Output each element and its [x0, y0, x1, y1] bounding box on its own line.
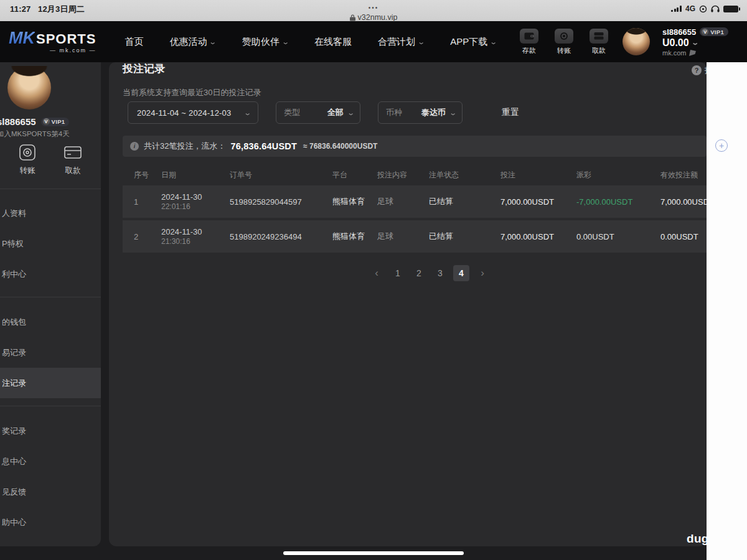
withdraw-button[interactable]: 取款 — [588, 29, 610, 55]
card-outline-icon — [64, 144, 82, 161]
logo-domain: — mk.com — — [9, 48, 96, 54]
order-no-cell: 5198925829044597 — [230, 197, 332, 207]
browser-white-margin: + — [707, 62, 747, 560]
order-no-cell: 5198920249236494 — [230, 232, 332, 241]
balance-dropdown[interactable]: U0.00 ⌄ — [662, 37, 728, 49]
summary-amount: 76,836.64USDT — [230, 141, 297, 151]
valid-bet-cell: 7,000.00USDT — [660, 197, 707, 207]
table-header: 序号 日期 订单号 平台 投注内容 注单状态 投注 派彩 有效投注额 — [123, 165, 707, 185]
main-nav: 首页 优惠活动 ⌄ 赞助伙伴 ⌄ 在线客服 合营计划 ⌄ APP下载 ⌄ — [125, 36, 496, 48]
wallet-icon — [520, 29, 538, 44]
user-info: sl886655 V VIP1 U0.00 ⌄ mk.com — [662, 27, 728, 57]
currency-select[interactable]: 币种 泰达币 ⌄ — [378, 101, 463, 124]
page-button[interactable]: 1 — [390, 265, 406, 281]
network-label: 4G — [685, 4, 695, 13]
sidebar-item-winning-records[interactable]: 奖记录 — [0, 416, 101, 446]
chevron-down-icon: ⌄ — [281, 39, 289, 45]
sidebar-avatar[interactable] — [7, 66, 51, 110]
sidebar-item-vip-privileges[interactable]: P特权 — [0, 228, 101, 259]
date-cell: 2024-11-30 22:01:16 — [161, 192, 230, 211]
payout-cell: -7,000.00USDT — [576, 197, 660, 207]
platform-cell: 熊猫体育 — [332, 196, 377, 207]
table-row[interactable]: 1 2024-11-30 22:01:16 5198925829044597 熊… — [123, 185, 707, 218]
sidebar-item-benefits-center[interactable]: 利中心 — [0, 259, 101, 289]
headphones-icon — [711, 5, 720, 12]
user-avatar[interactable] — [622, 28, 650, 55]
summary-prefix: 共计32笔投注，流水： — [144, 141, 225, 152]
logo-mk: MK — [9, 30, 35, 47]
sidebar-vip-badge[interactable]: V VIP1 — [41, 118, 70, 126]
help-button[interactable]: ? 投 — [692, 65, 707, 76]
deposit-button[interactable]: 存款 — [518, 29, 540, 55]
coin-icon — [555, 29, 573, 44]
site-logo[interactable]: MK SPORTS — mk.com — — [9, 30, 96, 54]
logo-sports: SPORTS — [36, 32, 96, 46]
nav-sponsors[interactable]: 赞助伙伴 ⌄ — [242, 36, 288, 48]
type-select[interactable]: 类型 全部 ⌄ — [276, 101, 360, 124]
date-range-picker[interactable]: 2024-11-04 ~ 2024-12-03 ⌄ — [128, 101, 258, 124]
chevron-down-icon: ⌄ — [417, 39, 425, 45]
site-header: MK SPORTS — mk.com — 首页 优惠活动 ⌄ 赞助伙伴 ⌄ 在线… — [0, 21, 747, 62]
reset-button[interactable]: 重置 — [502, 107, 519, 118]
divider — [0, 406, 101, 406]
status-cell: 已结算 — [429, 196, 500, 207]
date-cell: 2024-11-30 21:30:16 — [161, 227, 230, 246]
chevron-down-icon: ⌄ — [243, 110, 251, 116]
query-range-note: 当前系统支持查询最近30日的投注记录 — [123, 87, 261, 98]
next-page-icon[interactable]: › — [474, 265, 491, 281]
summary-bar: i 共计32笔投注，流水： 76,836.64USDT ≈ 76836.6400… — [123, 136, 707, 157]
page-button[interactable]: 2 — [411, 265, 427, 281]
chevron-down-icon: ⌄ — [449, 110, 457, 116]
nav-live-support[interactable]: 在线客服 — [314, 36, 352, 48]
bet-amount-cell: 7,000.00USDT — [500, 232, 576, 241]
platform-cell: 熊猫体育 — [332, 231, 377, 242]
tab-overview-icon[interactable]: ••• — [369, 5, 379, 11]
status-cell: 已结算 — [429, 231, 500, 242]
watermark-text: dug — [687, 532, 709, 546]
divider — [0, 297, 101, 297]
page-button[interactable]: 3 — [432, 265, 448, 281]
sidebar-menu: 人资料 P特权 利中心 的钱包 易记录 注记录 奖记录 息中心 见反馈 助中心 — [0, 198, 101, 538]
nav-promotions[interactable]: 优惠活动 ⌄ — [169, 36, 215, 48]
rotation-lock-icon — [699, 5, 707, 13]
address-bar[interactable]: v32nmu.vip — [0, 13, 747, 22]
divider — [0, 189, 101, 189]
chevron-down-icon: ⌄ — [347, 110, 355, 116]
bet-content-cell: 足球 — [377, 231, 429, 242]
sidebar-item-profile[interactable]: 人资料 — [0, 198, 101, 228]
sidebar-transfer-button[interactable]: 转账 — [19, 144, 35, 176]
nav-home[interactable]: 首页 — [125, 36, 143, 48]
filter-row: 2024-11-04 ~ 2024-12-03 ⌄ 类型 全部 ⌄ 币种 泰达币… — [128, 101, 519, 124]
sidebar-item-wallet[interactable]: 的钱包 — [0, 307, 101, 337]
transfer-button[interactable]: 转账 — [553, 29, 575, 55]
account-sidebar: sl886655 V VIP1 加入MKSPORTS第4天 转账 — [0, 62, 101, 546]
username: sl886655 — [662, 27, 696, 37]
prev-page-icon[interactable]: ‹ — [369, 265, 385, 281]
sidebar-item-transaction-records[interactable]: 易记录 — [0, 337, 101, 368]
sidebar-item-help-center[interactable]: 助中心 — [0, 507, 101, 538]
vip-v-icon: V — [43, 118, 50, 125]
chevron-down-icon: ⌄ — [489, 39, 497, 45]
joined-days-label: 加入MKSPORTS第4天 — [0, 129, 70, 139]
screen: 11:27 12月3日周二 ••• v32nmu.vip 4G — [0, 0, 747, 560]
chevron-down-icon: ⌄ — [209, 39, 217, 45]
sidebar-item-feedback[interactable]: 见反馈 — [0, 477, 101, 507]
page-title: 投注记录 — [123, 62, 165, 76]
sidebar-item-bet-records[interactable]: 注记录 — [0, 368, 101, 398]
vip-badge[interactable]: V VIP1 — [700, 27, 728, 36]
bet-content-cell: 足球 — [377, 196, 429, 207]
sidebar-item-message-center[interactable]: 息中心 — [0, 446, 101, 477]
page-button[interactable]: 4 — [453, 265, 469, 281]
payout-cell: 0.00USDT — [576, 232, 660, 241]
sidebar-withdraw-button[interactable]: 取款 — [64, 144, 82, 176]
bet-records-panel: 投注记录 ? 投 当前系统支持查询最近30日的投注记录 2024-11-04 ~… — [109, 62, 707, 546]
flag-icon — [688, 50, 696, 56]
table-row[interactable]: 2 2024-11-30 21:30:16 5198920249236494 熊… — [123, 220, 707, 253]
nav-affiliate[interactable]: 合营计划 ⌄ — [378, 36, 424, 48]
valid-bet-cell: 0.00USDT — [660, 232, 707, 241]
nav-app-download[interactable]: APP下载 ⌄ — [450, 36, 496, 48]
home-indicator[interactable] — [283, 551, 464, 555]
battery-icon — [723, 6, 738, 12]
add-circle-icon[interactable]: + — [715, 139, 728, 152]
url-text: v32nmu.vip — [358, 13, 398, 22]
